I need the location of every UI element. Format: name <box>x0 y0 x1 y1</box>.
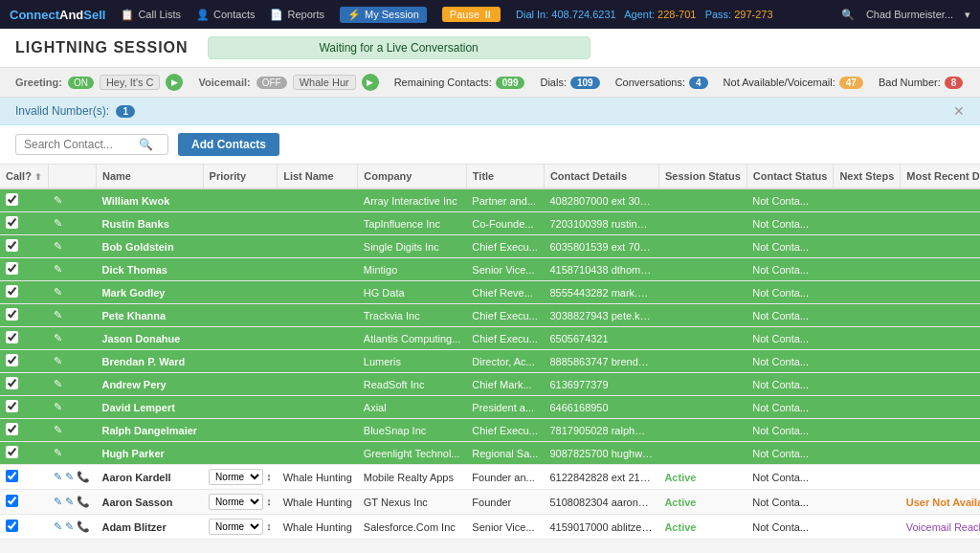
row-name: Ralph Dangelmaier <box>96 419 203 442</box>
row-title: Partner and... <box>466 188 544 212</box>
phone-icon[interactable]: 📞 <box>77 520 90 533</box>
edit-icon[interactable]: ✎ <box>54 263 62 276</box>
row-title: Founder an... <box>466 465 544 490</box>
row-icons: ✎ ✎ 📞 <box>48 465 96 490</box>
pause-button[interactable]: Pause ⏸ <box>442 7 501 22</box>
row-priority[interactable]: Norme ↕ <box>203 490 278 515</box>
row-next-steps <box>834 258 901 281</box>
user-menu[interactable]: 🔍 Chad Burmeister... ▾ <box>841 9 970 21</box>
table-row: ✎ Andrew Pery ReadSoft Inc Chief Mark...… <box>0 373 980 396</box>
row-contact-details: 3038827943 pete.khann... <box>544 304 658 327</box>
brand-logo: ConnectAndSell <box>10 8 105 22</box>
row-icons: ✎ <box>48 327 96 350</box>
row-checkbox[interactable] <box>0 490 48 515</box>
row-priority <box>203 327 278 350</box>
row-list-name <box>278 350 358 373</box>
row-contact-status: Not Conta... <box>746 304 834 327</box>
row-checkbox[interactable] <box>0 465 48 490</box>
row-priority <box>203 212 278 235</box>
row-most-recent <box>901 327 980 350</box>
row-company: Lumeris <box>358 350 467 373</box>
edit-icon[interactable]: ✎ <box>54 332 62 344</box>
voicemail-text: Whale Hur <box>293 75 356 90</box>
row-next-steps <box>834 515 901 540</box>
voicemail-play-button[interactable]: ▶ <box>362 74 379 91</box>
table-row: ✎ Mark Godley HG Data Chief Reve... 8555… <box>0 281 980 304</box>
conversations-stat: Conversations: 4 <box>615 77 708 89</box>
edit-icon[interactable]: ✎ <box>54 447 62 459</box>
nav-my-session[interactable]: ⚡ My Session <box>340 7 427 23</box>
session-status: Waiting for a Live Conversation <box>208 36 590 59</box>
col-list-name: List Name <box>278 165 358 188</box>
edit-icon[interactable]: ✎ <box>54 240 62 253</box>
row-priority[interactable]: Norme ↕ <box>203 515 278 540</box>
edit-icon[interactable]: ✎ <box>54 194 62 207</box>
row-list-name <box>278 281 358 304</box>
row-checkbox[interactable] <box>0 212 48 235</box>
edit-icon[interactable]: ✎ <box>54 309 62 321</box>
edit-icon[interactable]: ✎ <box>54 286 62 299</box>
search-icon[interactable]: 🔍 <box>139 138 153 151</box>
phone-icon[interactable]: 📞 <box>77 471 90 483</box>
row-checkbox[interactable] <box>0 235 48 258</box>
phone-icon[interactable]: 📞 <box>77 496 90 508</box>
edit-alt-icon[interactable]: ✎ <box>65 496 74 508</box>
row-company: Greenlight Technol... <box>358 442 467 465</box>
row-most-recent <box>901 419 980 442</box>
row-name: David Lempert <box>96 396 203 419</box>
row-checkbox[interactable] <box>0 327 48 350</box>
edit-icon[interactable]: ✎ <box>54 217 62 230</box>
row-checkbox[interactable] <box>0 258 48 281</box>
row-session-status <box>658 350 746 373</box>
nav-call-lists[interactable]: 📋 Call Lists <box>121 9 181 21</box>
edit-alt-icon[interactable]: ✎ <box>65 471 74 483</box>
row-session-status <box>658 396 746 419</box>
row-most-recent: Voicemail Reach... <box>901 515 980 540</box>
remaining-contacts-badge: 099 <box>496 77 525 89</box>
row-checkbox[interactable] <box>0 188 48 212</box>
row-checkbox[interactable] <box>0 304 48 327</box>
alert-close-button[interactable]: ✕ <box>953 103 965 119</box>
row-checkbox[interactable] <box>0 515 48 540</box>
row-priority <box>203 304 278 327</box>
nav-contacts[interactable]: 👤 Contacts <box>196 9 255 21</box>
row-contact-status: Not Conta... <box>746 235 834 258</box>
edit-icon[interactable]: ✎ <box>54 520 62 533</box>
row-contact-status: Not Conta... <box>746 515 834 540</box>
row-checkbox[interactable] <box>0 281 48 304</box>
row-checkbox[interactable] <box>0 419 48 442</box>
top-navigation: ConnectAndSell 📋 Call Lists 👤 Contacts 📄… <box>0 0 980 29</box>
edit-icon[interactable]: ✎ <box>54 401 62 413</box>
row-checkbox[interactable] <box>0 373 48 396</box>
row-icons: ✎ <box>48 281 96 304</box>
row-name: Rustin Banks <box>96 212 203 235</box>
table-row: ✎ ✎ 📞 Adam Blitzer Norme ↕ Whale Hunting… <box>0 515 980 540</box>
search-input[interactable] <box>24 138 139 151</box>
greeting-toggle[interactable]: ON <box>68 77 94 89</box>
greeting-play-button[interactable]: ▶ <box>166 74 183 91</box>
row-contact-details: 4082807000 ext 306 wi... <box>544 188 658 212</box>
row-checkbox[interactable] <box>0 350 48 373</box>
row-contact-status: Not Conta... <box>746 419 834 442</box>
row-company: Array Interactive Inc <box>358 188 467 212</box>
edit-icon[interactable]: ✎ <box>54 471 62 483</box>
table-row: ✎ Brendan P. Ward Lumeris Director, Ac..… <box>0 350 980 373</box>
voicemail-toggle[interactable]: OFF <box>256 77 287 89</box>
row-checkbox[interactable] <box>0 442 48 465</box>
row-contact-details: 7203100398 rustin@tai... <box>544 212 658 235</box>
edit-alt-icon[interactable]: ✎ <box>65 520 74 533</box>
edit-icon[interactable]: ✎ <box>54 355 62 367</box>
row-company: ReadSoft Inc <box>358 373 467 396</box>
edit-icon[interactable]: ✎ <box>54 378 62 390</box>
row-contact-status: Not Conta... <box>746 490 834 515</box>
nav-reports[interactable]: 📄 Reports <box>270 9 324 21</box>
add-contacts-button[interactable]: Add Contacts <box>178 133 279 156</box>
row-priority[interactable]: Norme ↕ <box>203 465 278 490</box>
greeting-control: Greeting: ON Hey, It's C ▶ <box>15 74 183 91</box>
row-next-steps <box>834 304 901 327</box>
edit-icon[interactable]: ✎ <box>54 496 62 508</box>
row-checkbox[interactable] <box>0 396 48 419</box>
row-company: Mintigo <box>358 258 467 281</box>
row-contact-status: Not Conta... <box>746 258 834 281</box>
edit-icon[interactable]: ✎ <box>54 424 62 436</box>
